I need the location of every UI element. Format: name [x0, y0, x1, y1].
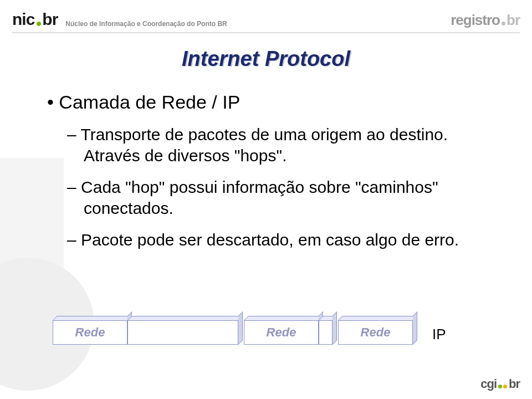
- footer-text-cgi: cgi: [480, 377, 497, 391]
- diagram-box-label: Rede: [361, 325, 391, 340]
- logo-text-registro: registro: [451, 12, 500, 29]
- slide-title: Internet Protocol Internet Protocol: [0, 47, 532, 71]
- logo-text-nic: nic: [12, 10, 34, 29]
- diagram-box: Rede: [53, 320, 127, 345]
- footer-text-br: br: [509, 377, 520, 391]
- header: nic br Núcleo de Informação e Coordenaçã…: [0, 0, 532, 32]
- bullet-level1: Camada de Rede / IP: [47, 91, 493, 113]
- diagram-box: Rede: [244, 320, 319, 345]
- cgi-br-logo: cgi br: [480, 377, 520, 391]
- network-diagram: Rede Rede Rede IP: [53, 316, 479, 349]
- bullet-level2: Cada "hop" possui informação sobre "cami…: [67, 177, 493, 219]
- header-divider: [12, 32, 520, 33]
- dot-icon: [37, 22, 41, 26]
- logo-text-br2: br: [507, 12, 520, 29]
- diagram-connector: [127, 320, 238, 345]
- diagram-box: Rede: [338, 320, 413, 345]
- dot-icon: [503, 385, 507, 388]
- dot-icon: [498, 385, 502, 388]
- diagram-right-label: IP: [432, 326, 446, 343]
- bullet-level2: Transporte de pacotes de uma origem ao d…: [67, 124, 493, 167]
- registro-br-logo: registro br: [451, 12, 520, 29]
- bullet-level2: Pacote pode ser descartado, em caso algo…: [67, 229, 493, 250]
- diagram-box-label: Rede: [267, 325, 296, 340]
- slide-body: Camada de Rede / IP Transporte de pacote…: [47, 91, 493, 260]
- nic-br-logo: nic br: [12, 10, 58, 29]
- header-tagline: Núcleo de Informação e Coordenação do Po…: [65, 20, 227, 28]
- diagram-box-label: Rede: [75, 325, 105, 340]
- title-text: Internet Protocol: [182, 47, 350, 70]
- diagram-connector: [319, 320, 332, 345]
- dot-icon: [502, 22, 505, 25]
- logo-text-br: br: [42, 10, 58, 29]
